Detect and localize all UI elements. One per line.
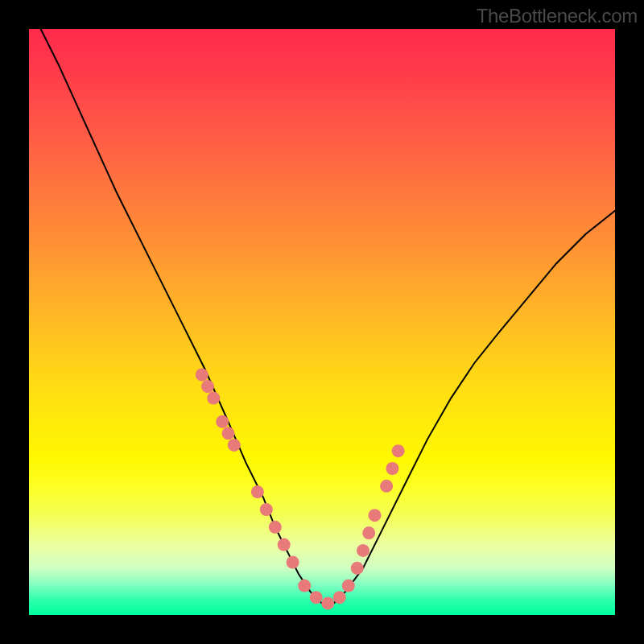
- data-point: [222, 427, 235, 440]
- plot-area: [29, 29, 615, 615]
- data-point: [321, 597, 334, 609]
- data-point: [207, 392, 220, 405]
- data-point: [310, 591, 323, 604]
- watermark-text: TheBottleneck.com: [477, 5, 638, 27]
- data-point: [278, 539, 291, 551]
- data-point: [196, 369, 208, 382]
- data-point: [369, 509, 382, 522]
- data-point: [386, 462, 398, 475]
- data-point: [380, 480, 393, 493]
- data-point: [298, 580, 311, 592]
- data-point: [351, 562, 364, 575]
- data-point: [287, 556, 299, 569]
- data-point: [216, 415, 229, 428]
- chart-container: TheBottleneck.com: [0, 0, 644, 644]
- data-point: [201, 380, 214, 393]
- data-point: [357, 544, 369, 557]
- data-point: [269, 521, 282, 534]
- data-points-group: [196, 369, 405, 610]
- data-point: [228, 439, 241, 452]
- data-point: [392, 444, 405, 457]
- data-point: [251, 485, 264, 498]
- data-point: [362, 526, 375, 539]
- data-point: [333, 591, 346, 604]
- data-point: [342, 580, 355, 592]
- chart-overlay: [29, 29, 615, 615]
- data-point: [260, 503, 273, 516]
- bottleneck-curve: [41, 29, 615, 603]
